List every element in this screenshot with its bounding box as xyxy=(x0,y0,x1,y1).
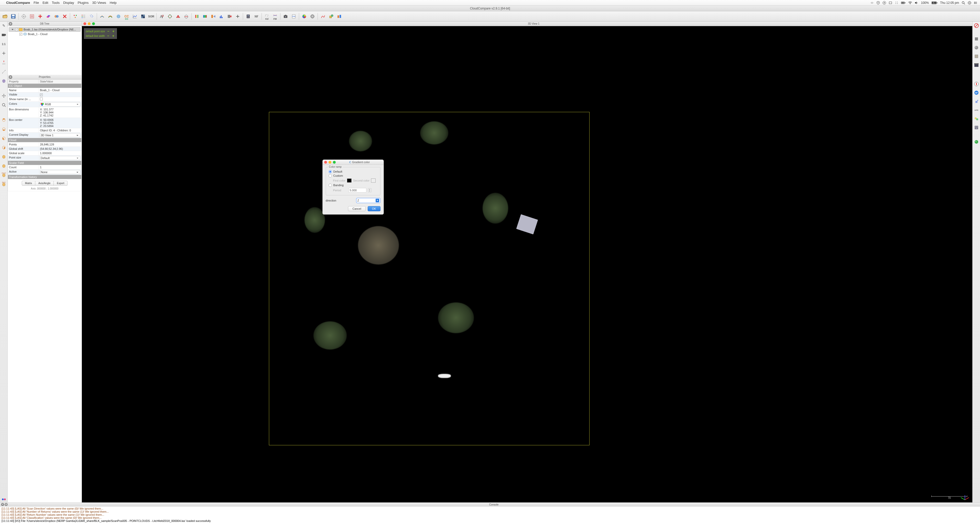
console-clear-icon[interactable]: ✕ xyxy=(1,503,4,506)
left-zoom-icon[interactable] xyxy=(1,102,7,108)
tb-convert-sf-icon[interactable] xyxy=(210,13,217,20)
status-menu-icon[interactable] xyxy=(974,1,977,5)
tree-child-row[interactable]: ✓ Boab_1 - Cloud xyxy=(9,32,81,36)
tb-curve-icon[interactable] xyxy=(319,13,326,20)
status-play-icon[interactable] xyxy=(883,1,886,5)
direction-select[interactable]: Z xyxy=(356,198,380,203)
status-battery-bar-icon[interactable] xyxy=(901,1,905,4)
db-tree-gear-icon[interactable]: ⚙ xyxy=(9,22,12,26)
radio-custom-row[interactable]: Custom xyxy=(329,174,378,177)
right-compass-icon[interactable] xyxy=(974,81,980,87)
menu-plugins[interactable]: Plugins xyxy=(78,1,89,5)
tb-checker-icon[interactable] xyxy=(140,13,146,20)
properties-panel[interactable]: PropertyState/Value CC Object NameBoab_1… xyxy=(8,79,82,502)
tb-histogram-icon[interactable] xyxy=(218,13,225,20)
second-color-swatch[interactable] xyxy=(371,179,375,182)
status-battery-icon[interactable] xyxy=(931,1,937,4)
tb-merge-icon[interactable] xyxy=(53,13,60,20)
right-clapper-icon[interactable] xyxy=(974,62,980,68)
status-dots-icon[interactable] xyxy=(895,1,898,5)
left-11-icon[interactable]: 1:1 xyxy=(1,41,7,47)
tb-align-icon[interactable] xyxy=(99,13,106,20)
left-view-front-icon[interactable]: FRONT xyxy=(1,172,7,178)
properties-gear-icon[interactable]: ⚙ xyxy=(9,75,12,79)
tb-primitive-icon[interactable] xyxy=(328,13,335,20)
left-flickr-icon[interactable] xyxy=(1,496,7,502)
left-view-left-icon[interactable] xyxy=(1,135,7,141)
tb-pick-icon[interactable] xyxy=(20,13,27,20)
tab-matrix[interactable]: Matrix xyxy=(22,181,35,186)
tb-subsample-icon[interactable] xyxy=(115,13,122,20)
cancel-button[interactable]: Cancel xyxy=(348,206,365,211)
right-material-icon[interactable] xyxy=(974,45,980,51)
status-volume-icon[interactable] xyxy=(915,1,918,4)
checkbox[interactable]: ✓ xyxy=(15,28,18,31)
dialog-close-icon[interactable] xyxy=(324,161,327,164)
console-gear-icon[interactable]: ⚙ xyxy=(5,503,8,506)
tb-add-sf-icon[interactable] xyxy=(234,13,241,20)
prop-active-select[interactable]: None xyxy=(40,170,80,174)
tb-csv-icon[interactable]: CSV xyxy=(290,13,298,20)
period-input[interactable] xyxy=(348,188,366,193)
view-maximize-icon[interactable] xyxy=(92,22,95,25)
radio-custom[interactable] xyxy=(329,174,332,177)
status-siri-icon[interactable] xyxy=(968,1,971,5)
left-cube-icon[interactable] xyxy=(1,78,7,84)
app-name[interactable]: CloudCompare xyxy=(6,1,30,5)
tb-open-icon[interactable] xyxy=(2,13,9,20)
menu-edit[interactable]: Edit xyxy=(43,1,48,5)
right-no-icon[interactable] xyxy=(974,22,980,29)
tb-delete-icon[interactable] xyxy=(61,13,68,20)
status-sync-icon[interactable] xyxy=(870,1,874,5)
db-tree[interactable]: ✓ Boab_1.las (/Users/slevick/Dropbox (NE… xyxy=(8,26,82,75)
left-move-icon[interactable] xyxy=(1,93,7,99)
status-wifi-icon[interactable] xyxy=(908,1,912,4)
left-view-bottom-icon[interactable] xyxy=(1,126,7,132)
radio-default-row[interactable]: Default xyxy=(329,170,378,173)
period-spinner[interactable]: ▲▼ xyxy=(368,188,372,192)
left-pencil-icon[interactable]: ✎ xyxy=(1,22,7,29)
viewport-3d[interactable]: default point size − + default line widt… xyxy=(82,26,972,502)
radio-banding[interactable] xyxy=(329,184,332,187)
left-view-back-icon[interactable]: BACK xyxy=(1,181,7,187)
tb-add-icon[interactable] xyxy=(37,13,44,20)
tb-stats-icon[interactable] xyxy=(131,13,138,20)
radio-banding-row[interactable]: Banding xyxy=(329,184,378,187)
console[interactable]: [11:11:43] [LAS] All 'Scan Direction' va… xyxy=(0,506,980,527)
menu-file[interactable]: File xyxy=(33,1,39,5)
prop-visible-checkbox[interactable]: ✓ xyxy=(40,93,43,96)
right-sphere-green-icon[interactable] xyxy=(974,139,980,145)
tb-cross-section-icon[interactable] xyxy=(183,13,190,20)
view-close-icon[interactable] xyxy=(83,22,86,25)
view-minimize-icon[interactable] xyxy=(88,22,91,25)
right-n-arrow-icon[interactable]: N xyxy=(974,98,980,104)
pointsize-plus-button[interactable]: + xyxy=(111,29,115,33)
left-view-iso1-icon[interactable] xyxy=(1,153,7,160)
dialog-maximize-icon[interactable] xyxy=(333,161,336,164)
prop-curdisp-select[interactable]: 3D View 1 xyxy=(40,133,80,137)
prop-psize-select[interactable]: Default xyxy=(40,156,80,160)
right-hpr-icon[interactable]: HPR xyxy=(974,107,980,113)
left-axis-icon[interactable] xyxy=(1,69,7,75)
right-m3c2-icon[interactable] xyxy=(974,116,980,122)
tb-kd-icon[interactable]: Kd xyxy=(263,13,270,20)
tree-root-row[interactable]: ✓ Boab_1.las (/Users/slevick/Dropbox (NE… xyxy=(9,27,81,32)
status-spotlight-icon[interactable] xyxy=(962,1,965,5)
radio-default[interactable] xyxy=(329,170,332,173)
tb-fm-icon[interactable]: FM xyxy=(272,13,278,20)
tb-filter-sf-icon[interactable] xyxy=(193,13,200,20)
menu-3dviews[interactable]: 3D Views xyxy=(92,1,106,5)
first-color-swatch[interactable] xyxy=(347,179,352,182)
menu-help[interactable]: Help xyxy=(110,1,117,5)
tb-sf-text-icon[interactable]: SF xyxy=(253,13,260,20)
right-canupo-icon[interactable] xyxy=(974,125,980,131)
left-view-top-icon[interactable] xyxy=(1,117,7,123)
expand-icon[interactable] xyxy=(11,29,14,30)
prop-showname-checkbox[interactable] xyxy=(40,97,43,101)
left-view-right-icon[interactable] xyxy=(1,144,7,150)
tb-clone-icon[interactable] xyxy=(45,13,52,20)
tb-sample-icon[interactable] xyxy=(88,13,95,20)
tab-axis-angle[interactable]: Axis/Angle xyxy=(35,181,54,186)
right-gl-icon[interactable] xyxy=(974,53,980,59)
tb-list-icon[interactable] xyxy=(29,13,35,20)
